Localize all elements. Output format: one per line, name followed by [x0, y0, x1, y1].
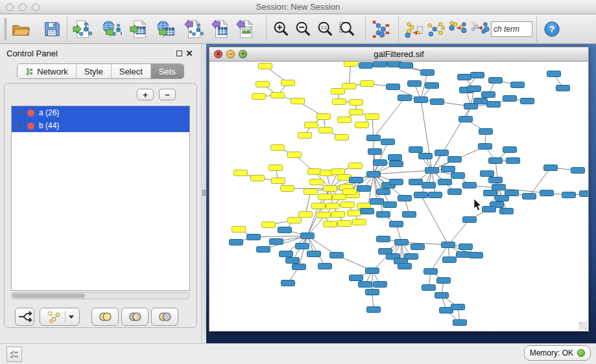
graph-node[interactable]	[398, 95, 412, 101]
graph-node[interactable]	[448, 189, 462, 195]
graph-node[interactable]	[288, 152, 302, 158]
graph-node[interactable]	[308, 169, 322, 175]
zoom-out-button[interactable]	[292, 17, 315, 41]
graph-node[interactable]	[468, 86, 481, 92]
graph-node[interactable]	[326, 203, 340, 209]
graph-node[interactable]	[361, 209, 374, 214]
graph-node[interactable]	[377, 236, 390, 242]
graph-node[interactable]	[425, 83, 439, 89]
graph-node[interactable]	[435, 150, 449, 156]
graph-node[interactable]	[317, 114, 331, 120]
graph-node[interactable]	[377, 212, 390, 218]
graph-node[interactable]	[489, 177, 503, 183]
graph-node[interactable]	[482, 92, 495, 98]
graph-node[interactable]	[257, 247, 270, 253]
graph-node[interactable]	[296, 244, 309, 249]
graph-node[interactable]	[503, 147, 517, 153]
list-item-set-b[interactable]: b (44)	[12, 119, 189, 132]
graph-node[interactable]	[271, 145, 285, 151]
graph-node[interactable]	[262, 222, 276, 228]
graph-node[interactable]	[280, 251, 293, 257]
zoom-selected-button[interactable]	[337, 17, 359, 41]
graph-node[interactable]	[299, 212, 313, 218]
graph-node[interactable]	[414, 97, 428, 103]
graph-node[interactable]	[331, 212, 345, 218]
graph-node[interactable]	[359, 282, 372, 288]
graph-node[interactable]	[443, 257, 457, 263]
expand-group-button[interactable]	[469, 17, 491, 41]
graph-node[interactable]	[341, 202, 355, 208]
graph-node[interactable]	[483, 207, 496, 212]
graph-node[interactable]	[395, 240, 409, 245]
graph-node[interactable]	[374, 62, 387, 67]
graph-node[interactable]	[291, 98, 305, 104]
graph-node[interactable]	[399, 63, 413, 69]
graph-node[interactable]	[421, 70, 435, 76]
apply-layout-button[interactable]	[370, 17, 392, 41]
task-history-button[interactable]	[6, 347, 22, 362]
close-panel-icon[interactable]: ✕	[184, 48, 195, 58]
splitter-handle[interactable]	[202, 190, 206, 196]
graph-node[interactable]	[390, 222, 403, 227]
graph-node[interactable]	[298, 133, 312, 139]
graph-node[interactable]	[425, 168, 439, 174]
union-sets-button[interactable]	[91, 308, 119, 326]
graph-node[interactable]	[451, 304, 465, 310]
graph-node[interactable]	[349, 163, 363, 169]
graph-node[interactable]	[312, 203, 326, 209]
collapse-group-button[interactable]	[447, 17, 469, 41]
memory-status-button[interactable]: Memory: OK	[524, 345, 591, 361]
graph-node[interactable]	[310, 179, 324, 185]
horizontal-scrollbar[interactable]	[11, 292, 190, 299]
graph-node[interactable]	[355, 122, 369, 128]
graph-node[interactable]	[288, 218, 302, 223]
graph-node[interactable]	[368, 149, 382, 155]
graph-node[interactable]	[381, 139, 395, 145]
graph-node[interactable]	[463, 183, 477, 188]
graph-node[interactable]	[471, 73, 484, 78]
graph-node[interactable]	[387, 84, 400, 90]
help-button[interactable]: ?	[541, 17, 563, 41]
split-set-button[interactable]	[15, 308, 34, 326]
graph-node[interactable]	[350, 177, 363, 183]
window-titlebar[interactable]: Session: New Session	[0, 0, 596, 14]
expand-caret-icon[interactable]	[18, 110, 22, 115]
graph-node[interactable]	[281, 186, 294, 192]
graph-node[interactable]	[366, 290, 379, 295]
graph-node[interactable]	[286, 258, 300, 264]
graph-node[interactable]	[435, 293, 449, 299]
export-network-button[interactable]	[183, 17, 205, 41]
graph-node[interactable]	[292, 264, 306, 270]
open-file-button[interactable]	[10, 17, 32, 41]
graph-node[interactable]	[278, 227, 292, 233]
graph-node[interactable]	[331, 169, 345, 175]
graph-node[interactable]	[344, 62, 358, 67]
graph-node[interactable]	[495, 196, 509, 201]
graph-node[interactable]	[338, 117, 352, 123]
graph-node[interactable]	[330, 253, 344, 258]
graph-node[interactable]	[479, 129, 493, 135]
new-network-from-selection-button[interactable]	[403, 17, 425, 41]
graph-node[interactable]	[343, 189, 357, 195]
graph-node[interactable]	[464, 104, 478, 109]
add-set-button[interactable]: +	[137, 89, 154, 100]
graph-node[interactable]	[319, 128, 333, 133]
graph-node[interactable]	[342, 84, 356, 89]
graph-node[interactable]	[367, 307, 381, 313]
graph-node[interactable]	[318, 194, 332, 200]
graph-node[interactable]	[366, 268, 379, 274]
graph-node[interactable]	[324, 186, 337, 192]
graph-node[interactable]	[348, 210, 361, 216]
graph-node[interactable]	[331, 89, 345, 95]
graph-node[interactable]	[431, 99, 444, 105]
graph-node[interactable]	[388, 155, 402, 161]
graph-node[interactable]	[540, 190, 554, 196]
graph-node[interactable]	[390, 161, 403, 167]
graph-node[interactable]	[259, 63, 272, 69]
export-image-button[interactable]	[235, 17, 257, 41]
graph-node[interactable]	[247, 234, 261, 240]
graph-node[interactable]	[507, 158, 520, 164]
network-view-window[interactable]: ✕ − + galFiltered.sif	[209, 47, 589, 332]
graph-node[interactable]	[367, 135, 381, 141]
export-table-button[interactable]	[210, 17, 232, 41]
